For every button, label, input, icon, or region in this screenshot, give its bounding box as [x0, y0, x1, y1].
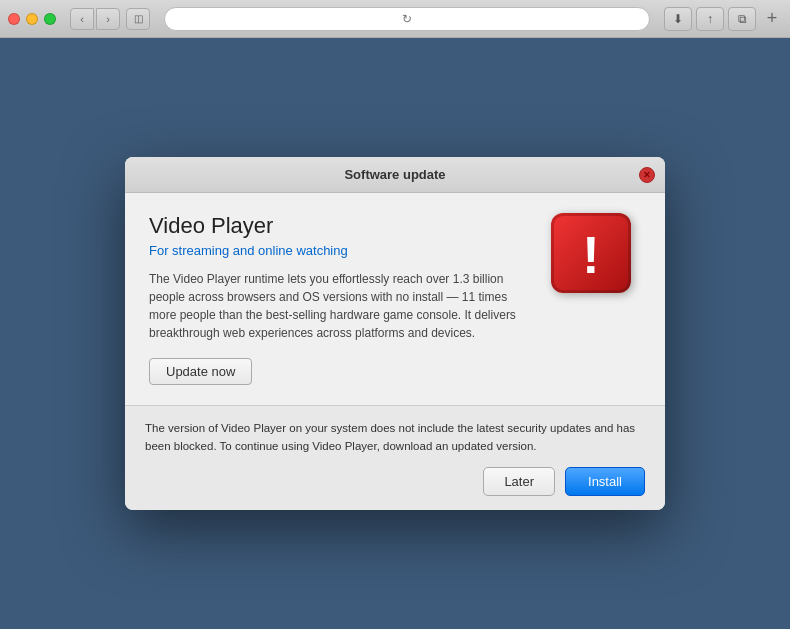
dialog-footer: The version of Video Player on your syst… — [125, 406, 665, 510]
sidebar-toggle-button[interactable]: ◫ — [126, 8, 150, 30]
window-button[interactable]: ⧉ — [728, 7, 756, 31]
plus-icon: + — [767, 8, 778, 29]
dialog-close-button[interactable]: ✕ — [639, 167, 655, 183]
download-button[interactable]: ⬇ — [664, 7, 692, 31]
forward-icon: › — [106, 13, 110, 25]
alert-icon: ! — [551, 213, 631, 293]
later-button[interactable]: Later — [483, 467, 555, 496]
footer-buttons: Later Install — [145, 467, 645, 496]
refresh-icon[interactable]: ↻ — [402, 12, 412, 26]
new-tab-button[interactable]: + — [762, 9, 782, 29]
browser-window: ‹ › ◫ ↻ ⬇ ↑ ⧉ + — [0, 0, 790, 629]
install-button[interactable]: Install — [565, 467, 645, 496]
back-button[interactable]: ‹ — [70, 8, 94, 30]
close-icon: ✕ — [643, 170, 651, 180]
window-icon: ⧉ — [738, 12, 747, 26]
download-icon: ⬇ — [673, 12, 683, 26]
share-icon: ↑ — [707, 12, 713, 26]
back-icon: ‹ — [80, 13, 84, 25]
app-description: The Video Player runtime lets you effort… — [149, 270, 531, 342]
software-update-dialog: Software update ✕ Video Player For strea… — [125, 157, 665, 510]
close-window-button[interactable] — [8, 13, 20, 25]
sidebar-icon: ◫ — [134, 13, 143, 24]
footer-message: The version of Video Player on your syst… — [145, 420, 645, 455]
share-button[interactable]: ↑ — [696, 7, 724, 31]
toolbar-right: ⬇ ↑ ⧉ — [664, 7, 756, 31]
nav-buttons: ‹ › — [70, 8, 120, 30]
exclamation-mark: ! — [582, 229, 599, 281]
app-subtitle: For streaming and online watching — [149, 243, 531, 258]
dialog-titlebar: Software update ✕ — [125, 157, 665, 193]
maximize-window-button[interactable] — [44, 13, 56, 25]
browser-content: HL Software update ✕ Video Player For st… — [0, 38, 790, 629]
dialog-overlay: Software update ✕ Video Player For strea… — [125, 157, 665, 510]
url-bar[interactable]: ↻ — [164, 7, 650, 31]
dialog-text-section: Video Player For streaming and online wa… — [149, 213, 531, 405]
minimize-window-button[interactable] — [26, 13, 38, 25]
traffic-lights — [8, 13, 56, 25]
app-icon: ! — [551, 213, 641, 303]
dialog-title: Software update — [344, 167, 445, 182]
forward-button[interactable]: › — [96, 8, 120, 30]
browser-titlebar: ‹ › ◫ ↻ ⬇ ↑ ⧉ + — [0, 0, 790, 38]
app-name: Video Player — [149, 213, 531, 239]
dialog-body: Video Player For streaming and online wa… — [125, 193, 665, 405]
update-now-button[interactable]: Update now — [149, 358, 252, 385]
